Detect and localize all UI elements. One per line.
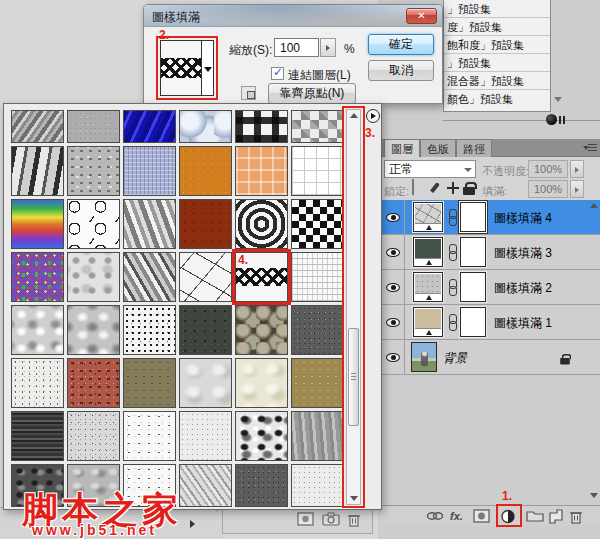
- pattern-swatch[interactable]: [67, 146, 120, 196]
- pattern-swatch[interactable]: [291, 358, 344, 408]
- pattern-swatch[interactable]: [123, 411, 176, 461]
- pattern-swatch[interactable]: [235, 110, 288, 143]
- pattern-swatch[interactable]: [235, 199, 288, 249]
- pattern-dropdown-arrow-icon[interactable]: [201, 41, 213, 95]
- pattern-swatch[interactable]: [123, 110, 176, 143]
- pattern-swatch[interactable]: [123, 358, 176, 408]
- preset-menu-item[interactable]: 顏色」預設集: [444, 90, 550, 108]
- layer-mask-thumbnail[interactable]: [460, 272, 486, 302]
- link-layers-icon[interactable]: [426, 509, 444, 524]
- pattern-swatch[interactable]: [291, 305, 344, 355]
- pattern-swatch[interactable]: [235, 146, 288, 196]
- fill-value[interactable]: 100%: [528, 180, 568, 198]
- scale-input[interactable]: 100: [274, 38, 319, 57]
- close-icon[interactable]: ✕: [406, 8, 437, 24]
- trash-icon[interactable]: [347, 512, 365, 527]
- pattern-swatch[interactable]: [291, 199, 344, 249]
- pattern-swatch[interactable]: [67, 305, 120, 355]
- pattern-swatch[interactable]: [235, 464, 288, 507]
- pattern-swatch[interactable]: [123, 252, 176, 302]
- pattern-swatch[interactable]: [179, 199, 232, 249]
- opacity-spinner-icon[interactable]: [570, 160, 584, 178]
- visibility-toggle[interactable]: [381, 305, 405, 339]
- pattern-swatch[interactable]: [291, 146, 344, 196]
- visibility-toggle[interactable]: [381, 270, 405, 304]
- scale-spinner-icon[interactable]: [320, 38, 336, 57]
- mask-thumbnail-icon[interactable]: [297, 512, 315, 527]
- preset-menu-item[interactable]: 」預設集: [444, 54, 550, 72]
- layer-name[interactable]: 圖樣填滿 1: [494, 315, 552, 332]
- ok-button[interactable]: 確定: [368, 34, 434, 55]
- mask-link-icon[interactable]: [448, 244, 456, 260]
- pattern-swatch[interactable]: [179, 411, 232, 461]
- pattern-swatch[interactable]: [123, 146, 176, 196]
- pattern-swatch[interactable]: [11, 252, 64, 302]
- visibility-toggle[interactable]: [381, 200, 405, 234]
- layer-style-fx-icon[interactable]: fx.: [450, 509, 468, 524]
- pattern-scrollbar[interactable]: [346, 109, 361, 505]
- fill-layer-thumbnail[interactable]: [413, 272, 443, 302]
- visibility-toggle[interactable]: [381, 235, 405, 269]
- layer-name[interactable]: 圖樣填滿 2: [494, 280, 552, 297]
- pattern-swatch[interactable]: [179, 464, 232, 507]
- opacity-value[interactable]: 100%: [528, 160, 568, 178]
- layer-mask-thumbnail[interactable]: [460, 202, 486, 232]
- pattern-swatch[interactable]: [67, 199, 120, 249]
- pattern-swatch[interactable]: [235, 305, 288, 355]
- pattern-swatch[interactable]: [123, 305, 176, 355]
- pattern-swatch[interactable]: [123, 199, 176, 249]
- cancel-button[interactable]: 取消: [368, 60, 434, 81]
- lock-transparency-icon[interactable]: [412, 180, 427, 196]
- layer-name[interactable]: 背景: [443, 350, 467, 367]
- tab-色版[interactable]: 色版: [420, 139, 456, 157]
- dialog-titlebar[interactable]: 圖樣填滿 ✕: [144, 5, 442, 27]
- layer-row[interactable]: 圖樣填滿 4: [381, 200, 600, 235]
- snap-origin-button[interactable]: 靠齊原點(N): [268, 83, 356, 104]
- layer-row[interactable]: 圖樣填滿 1: [381, 305, 600, 340]
- pattern-swatch[interactable]: [11, 146, 64, 196]
- selected-pattern-preview[interactable]: [161, 41, 201, 95]
- layer-mask-thumbnail[interactable]: [460, 237, 486, 267]
- pattern-swatch[interactable]: [291, 464, 344, 507]
- pattern-swatch[interactable]: [11, 199, 64, 249]
- blend-mode-select[interactable]: 正常: [384, 160, 476, 178]
- layer-name[interactable]: 圖樣填滿 4: [494, 210, 552, 227]
- pattern-swatch[interactable]: [11, 358, 64, 408]
- picker-flyout-menu-icon[interactable]: [366, 109, 380, 123]
- new-layer-icon[interactable]: [548, 509, 566, 524]
- pattern-swatch[interactable]: [179, 146, 232, 196]
- new-group-icon[interactable]: [526, 509, 544, 524]
- layer-mask-thumbnail[interactable]: [460, 307, 486, 337]
- preset-menu-item[interactable]: 飽和度」預設集: [444, 36, 550, 54]
- layer-name[interactable]: 圖樣填滿 3: [494, 245, 552, 262]
- pattern-swatch[interactable]: [179, 110, 232, 143]
- mask-link-icon[interactable]: [448, 279, 456, 295]
- pattern-swatch[interactable]: [179, 305, 232, 355]
- pattern-swatch[interactable]: [179, 358, 232, 408]
- visibility-toggle[interactable]: [381, 340, 405, 374]
- pattern-swatch[interactable]: [67, 110, 120, 143]
- preset-menu-item[interactable]: 度」預設集: [444, 18, 550, 36]
- layer-row[interactable]: 圖樣填滿 3: [381, 235, 600, 270]
- pattern-swatch[interactable]: [67, 358, 120, 408]
- link-layers-checkbox[interactable]: [271, 67, 284, 80]
- scroll-up-icon[interactable]: [347, 110, 360, 122]
- camera-icon[interactable]: [322, 512, 340, 527]
- tab-路徑[interactable]: 路徑: [456, 139, 492, 157]
- fill-layer-thumbnail[interactable]: [413, 237, 443, 267]
- pattern-swatch[interactable]: [179, 252, 232, 302]
- scrollbar-thumb[interactable]: [348, 328, 359, 426]
- pattern-swatch[interactable]: [11, 110, 64, 143]
- add-layer-mask-icon[interactable]: [473, 509, 491, 524]
- layer-row[interactable]: 背景: [381, 340, 600, 375]
- tab-圖層[interactable]: 圖層: [384, 139, 420, 157]
- layers-scroll-down-icon[interactable]: [590, 493, 598, 498]
- pattern-swatch-selected[interactable]: 4.: [235, 252, 288, 302]
- pattern-swatch[interactable]: [235, 358, 288, 408]
- mask-link-icon[interactable]: [448, 209, 456, 225]
- pattern-swatch[interactable]: [291, 411, 344, 461]
- background-layer-thumbnail[interactable]: [411, 342, 437, 372]
- panel-menu-icon[interactable]: [583, 143, 597, 153]
- fill-spinner-icon[interactable]: [570, 180, 584, 198]
- pattern-swatch[interactable]: [235, 411, 288, 461]
